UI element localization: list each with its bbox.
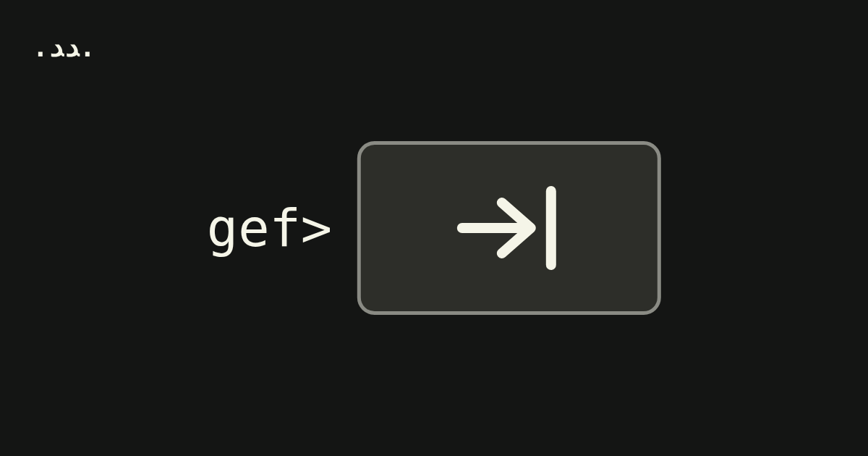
main-content: gef> — [207, 141, 661, 315]
logo-text: .ﺪﺪ. — [33, 33, 95, 62]
prompt-text: gef> — [207, 198, 332, 258]
command-prompt: gef> — [207, 198, 332, 258]
tab-arrow-icon — [448, 181, 571, 275]
tab-key-button[interactable] — [357, 141, 661, 315]
logo: .ﺪﺪ. — [33, 40, 95, 56]
